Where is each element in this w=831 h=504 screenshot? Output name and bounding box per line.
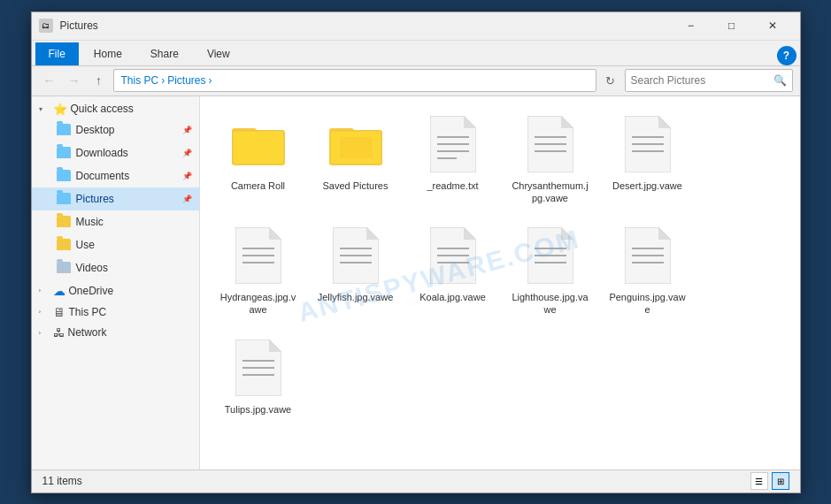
svg-rect-2 — [234, 132, 283, 164]
file-icon-camera-roll — [230, 112, 287, 176]
refresh-button[interactable]: ↻ — [600, 70, 621, 91]
pc-icon: 🖥 — [53, 305, 65, 319]
file-label-tulips: Tulips.jpg.vawe — [225, 403, 291, 416]
sidebar-quick-access: ▾ ⭐ Quick access Desktop 📌 Downloads 📌 D — [32, 100, 199, 279]
sidebar-quick-access-header[interactable]: ▾ ⭐ Quick access — [32, 100, 199, 118]
videos-folder-icon — [57, 262, 71, 273]
tab-file[interactable]: File — [35, 42, 79, 65]
list-item[interactable]: Desert.jpg.vawe — [604, 107, 692, 210]
file-icon-jellyfish — [327, 224, 384, 287]
file-grid: Camera Roll Saved Pictures — [214, 107, 786, 421]
downloads-folder-icon — [57, 147, 71, 158]
list-item[interactable]: _readme.txt — [409, 107, 497, 210]
sidebar-onedrive-header[interactable]: › ☁ OneDrive — [32, 281, 199, 301]
file-label-lighthouse: Lighthouse.jpg.vawe — [512, 291, 589, 317]
pictures-folder-icon — [57, 193, 71, 204]
path-sep-2: › — [209, 74, 212, 87]
list-item[interactable]: Tulips.jpg.vawe — [214, 331, 303, 421]
sidebar-onedrive-label: OneDrive — [69, 285, 114, 297]
file-label-readme: _readme.txt — [427, 179, 478, 192]
window-controls: − □ ✕ — [671, 11, 793, 40]
list-item[interactable]: Penguins.jpg.vawe — [604, 218, 692, 322]
window-title: Pictures — [60, 19, 671, 32]
tab-home[interactable]: Home — [81, 42, 135, 65]
chevron-down-icon: ▾ — [39, 105, 50, 113]
file-icon-hydrangeas — [230, 224, 287, 287]
list-item[interactable]: Lighthouse.jpg.vawe — [506, 218, 595, 322]
file-label-jellyfish: Jellyfish.jpg.vawe — [318, 291, 394, 303]
item-count: 11 items — [42, 475, 82, 487]
help-button[interactable]: ? — [777, 46, 796, 65]
tab-share[interactable]: Share — [137, 42, 192, 65]
file-label-penguins: Penguins.jpg.vawe — [609, 291, 687, 317]
sidebar-item-label-desktop: Desktop — [76, 124, 115, 136]
use-folder-icon — [57, 239, 71, 250]
file-area: Camera Roll Saved Pictures — [200, 96, 800, 470]
sidebar: ▾ ⭐ Quick access Desktop 📌 Downloads 📌 D — [32, 96, 200, 470]
sidebar-item-label-pictures: Pictures — [76, 193, 114, 205]
sidebar-item-downloads[interactable]: Downloads 📌 — [32, 141, 199, 164]
address-path[interactable]: This PC › Pictures › — [113, 69, 596, 92]
pin-icon-downloads: 📌 — [182, 149, 192, 157]
forward-button[interactable]: → — [64, 70, 85, 91]
svg-marker-49 — [269, 340, 281, 352]
svg-marker-29 — [366, 227, 379, 240]
ribbon: File Home Share View ? — [32, 41, 800, 66]
minimize-button[interactable]: − — [671, 11, 712, 40]
svg-marker-24 — [269, 227, 281, 240]
sidebar-item-use[interactable]: Use — [32, 233, 199, 256]
close-button[interactable]: ✕ — [752, 11, 793, 40]
sidebar-item-label-videos: Videos — [76, 262, 108, 274]
path-thispc[interactable]: This PC — [121, 74, 159, 87]
file-label-koala: Koala.jpg.vawe — [419, 291, 486, 303]
search-icon[interactable]: 🔍 — [773, 74, 787, 87]
chevron-right-icon-onedrive: › — [39, 286, 50, 294]
sidebar-thispc-header[interactable]: › 🖥 This PC — [32, 302, 199, 322]
list-item[interactable]: Camera Roll — [214, 107, 303, 210]
search-box: 🔍 — [625, 69, 793, 92]
file-label-saved-pictures: Saved Pictures — [323, 179, 389, 192]
tab-view[interactable]: View — [194, 42, 243, 65]
sidebar-item-label-music: Music — [76, 216, 104, 228]
pin-icon-documents: 📌 — [182, 172, 192, 180]
back-button[interactable]: ← — [39, 70, 60, 91]
sidebar-network-label: Network — [68, 326, 107, 339]
chevron-right-icon-thispc: › — [39, 308, 50, 316]
pin-icon-pictures: 📌 — [182, 195, 192, 203]
file-label-hydrangeas: Hydrangeas.jpg.vawe — [219, 291, 297, 317]
sidebar-item-label-downloads: Downloads — [76, 147, 128, 159]
list-item[interactable]: Saved Pictures — [312, 107, 400, 210]
sidebar-item-videos[interactable]: Videos — [32, 256, 199, 279]
file-label-chrysanthemum: Chrysanthemum.jpg.vawe — [512, 179, 589, 205]
sidebar-item-music[interactable]: Music — [32, 210, 199, 233]
file-icon-lighthouse — [522, 224, 579, 287]
network-icon: 🖧 — [53, 326, 65, 340]
path-pictures[interactable]: Pictures — [167, 74, 205, 87]
chevron-right-icon-network: › — [39, 329, 50, 337]
up-button[interactable]: ↑ — [88, 70, 110, 91]
documents-folder-icon — [57, 170, 71, 181]
sidebar-item-label-documents: Documents — [76, 170, 130, 182]
file-label-camera-roll: Camera Roll — [231, 179, 285, 192]
list-item[interactable]: Koala.jpg.vawe — [409, 218, 497, 322]
file-icon-koala — [425, 224, 481, 287]
view-large-icons-button[interactable]: ⊞ — [772, 472, 789, 490]
sidebar-item-documents[interactable]: Documents 📌 — [32, 164, 199, 187]
sidebar-item-pictures[interactable]: Pictures 📌 — [32, 187, 199, 210]
maximize-button[interactable]: □ — [712, 11, 752, 40]
view-details-button[interactable]: ☰ — [750, 472, 768, 490]
list-item[interactable]: Jellyfish.jpg.vawe — [312, 218, 400, 322]
file-icon-desert — [619, 112, 676, 176]
pin-icon-desktop: 📌 — [182, 126, 192, 134]
sidebar-thispc-label: This PC — [69, 306, 107, 318]
status-bar: 11 items ☰ ⊞ — [32, 470, 800, 493]
list-item[interactable]: Hydrangeas.jpg.vawe — [214, 218, 303, 322]
quick-access-label: Quick access — [71, 103, 134, 115]
sidebar-network-header[interactable]: › 🖧 Network — [32, 324, 199, 342]
search-input[interactable] — [631, 74, 770, 87]
sidebar-item-desktop[interactable]: Desktop 📌 — [32, 118, 199, 141]
sidebar-network: › 🖧 Network — [32, 324, 199, 342]
list-item[interactable]: Chrysanthemum.jpg.vawe — [506, 107, 595, 210]
ribbon-tabs: File Home Share View ? — [32, 41, 800, 65]
window-icon: 🗂 — [39, 19, 53, 33]
